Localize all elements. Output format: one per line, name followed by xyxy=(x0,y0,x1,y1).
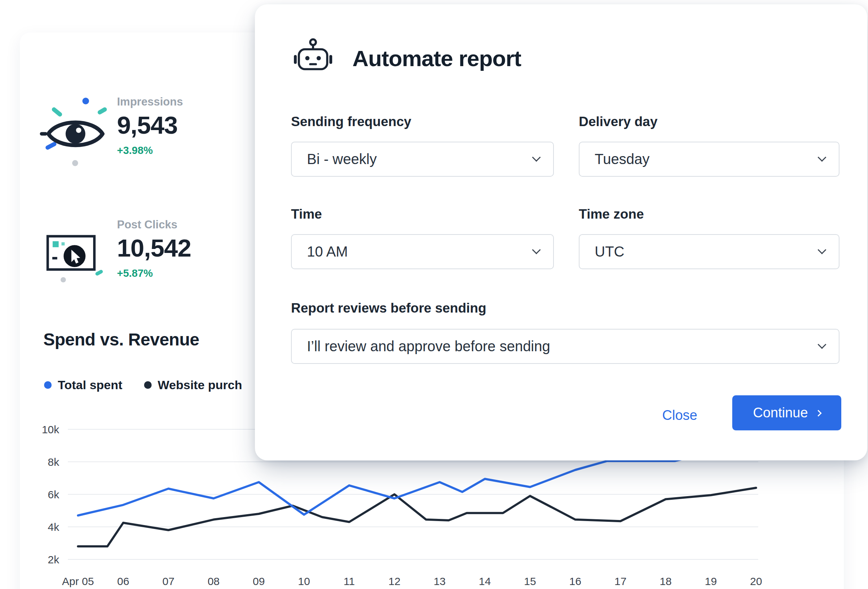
select-value: I’ll review and approve before sending xyxy=(307,338,550,355)
stat-impressions: Impressions 9,543 +3.98% xyxy=(39,96,255,174)
select-value: UTC xyxy=(595,244,624,260)
stat-value: 10,542 xyxy=(117,235,191,261)
chart-legend: Total spent Website purch xyxy=(44,378,242,392)
page: Impressions 9,543 +3.98% Post Clicks 10,… xyxy=(0,0,868,589)
x-tick-label: 19 xyxy=(705,575,717,587)
x-tick-label: 09 xyxy=(253,575,265,587)
x-tick-label: 11 xyxy=(344,575,355,587)
x-tick-label: 16 xyxy=(570,575,581,587)
stat-label: Impressions xyxy=(117,96,183,107)
time-label: Time xyxy=(291,207,322,221)
legend-label: Total spent xyxy=(58,378,123,392)
post-clicks-icon xyxy=(46,233,104,286)
select-value: Tuesday xyxy=(595,151,650,167)
x-tick-label: Apr 05 xyxy=(62,575,94,587)
x-tick-label: 20 xyxy=(750,575,762,587)
x-tick-label: 06 xyxy=(117,575,129,587)
chevron-down-icon xyxy=(818,340,826,349)
y-tick-label: 6k xyxy=(48,488,60,500)
chevron-down-icon xyxy=(532,153,540,161)
x-tick-label: 17 xyxy=(614,575,626,587)
stat-post-clicks: Post Clicks 10,542 +5.87% xyxy=(39,219,255,297)
legend-label: Website purch xyxy=(158,378,242,392)
delivery-day-label: Delivery day xyxy=(579,115,657,129)
x-tick-label: 13 xyxy=(434,575,446,587)
automate-report-modal: Automate report Sending frequency Bi - w… xyxy=(255,4,867,460)
sending-frequency-select[interactable]: Bi - weekly xyxy=(291,142,554,177)
y-tick-label: 4k xyxy=(48,521,60,533)
stat-label: Post Clicks xyxy=(117,219,191,230)
y-tick-label: 2k xyxy=(48,553,60,565)
x-tick-label: 14 xyxy=(479,575,491,587)
robot-icon xyxy=(291,38,335,79)
x-tick-label: 15 xyxy=(524,575,536,587)
modal-header: Automate report xyxy=(291,38,521,79)
time-select[interactable]: 10 AM xyxy=(291,234,554,269)
time-zone-label: Time zone xyxy=(579,207,644,221)
legend-item-website-purchases: Website purch xyxy=(144,378,242,392)
modal-title: Automate report xyxy=(353,46,521,71)
sending-frequency-label: Sending frequency xyxy=(291,115,411,129)
stat-delta: +5.87% xyxy=(117,268,191,278)
close-button[interactable]: Close xyxy=(655,404,704,427)
y-tick-label: 8k xyxy=(48,456,60,468)
legend-dot-dark xyxy=(144,381,152,389)
chart-title: Spend vs. Revenue xyxy=(43,330,199,349)
x-tick-label: 12 xyxy=(388,575,400,587)
x-tick-label: 18 xyxy=(660,575,672,587)
select-value: 10 AM xyxy=(307,244,348,260)
time-zone-select[interactable]: UTC xyxy=(579,234,840,269)
x-tick-label: 08 xyxy=(208,575,220,587)
continue-button[interactable]: Continue xyxy=(732,395,841,431)
chevron-down-icon xyxy=(818,246,826,254)
report-reviews-label: Report reviews before sending xyxy=(291,301,486,315)
select-value: Bi - weekly xyxy=(307,151,376,167)
x-tick-label: 07 xyxy=(162,575,174,587)
chevron-right-icon xyxy=(815,410,821,416)
series-line-website-purchases xyxy=(78,488,756,546)
stat-value: 9,543 xyxy=(117,112,183,138)
chevron-down-icon xyxy=(532,246,540,254)
x-tick-label: 10 xyxy=(298,575,310,587)
continue-label: Continue xyxy=(753,405,808,420)
stat-delta: +3.98% xyxy=(117,145,183,156)
y-tick-label: 10k xyxy=(42,423,60,435)
chevron-down-icon xyxy=(818,153,826,161)
legend-dot-blue xyxy=(44,381,52,389)
legend-item-total-spent: Total spent xyxy=(44,378,123,392)
report-reviews-select[interactable]: I’ll review and approve before sending xyxy=(291,329,840,364)
eye-icon xyxy=(39,94,113,169)
delivery-day-select[interactable]: Tuesday xyxy=(579,142,840,177)
